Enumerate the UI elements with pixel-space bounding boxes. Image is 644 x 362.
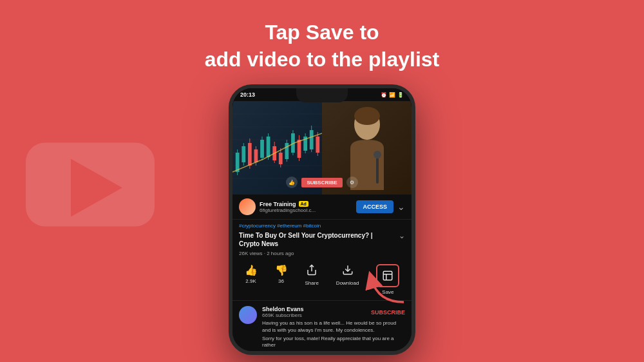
svg-rect-42	[384, 271, 393, 280]
header-line1: Tap Save to	[265, 21, 379, 44]
phone-notch	[296, 88, 348, 102]
video-title: Time To Buy Or Sell Your Cryptocurrency?…	[239, 231, 395, 248]
expand-title-icon[interactable]: ⌄	[399, 231, 405, 240]
dislike-count: 36	[278, 278, 284, 284]
header-line2: add video to the playlist	[205, 48, 440, 71]
video-subscribe-button[interactable]: SUBSCRIBE	[301, 178, 342, 187]
subscribe-channel-button[interactable]: SUBSCRIBE	[371, 309, 405, 316]
ad-channel: 6figturetradingschool.c...	[260, 207, 352, 213]
action-buttons-row: 👍 2.9K 👎 36	[232, 260, 412, 301]
battery-icon: 🔋	[397, 92, 404, 98]
ad-info: Free Training Ad 6figturetradingschool.c…	[260, 201, 352, 213]
ad-badge: Ad	[299, 201, 308, 207]
svg-point-39	[374, 151, 381, 158]
status-time: 20:13	[240, 91, 255, 98]
comment-row: Sheldon Evans 669K subscribers SUBSCRIBE…	[232, 301, 412, 351]
commenter-text: Having you as his son is a life well... …	[262, 320, 405, 334]
yt-watermark-bg	[19, 124, 161, 239]
header-section: Tap Save to add video to the playlist	[205, 19, 440, 73]
commenter-text2: Sorry for your loss, mate! Really apprec…	[262, 336, 405, 349]
save-label: Save	[382, 289, 393, 295]
phone-screen: 20:13 ⏰ 📶 🔋	[232, 88, 412, 351]
phone-mockup: 20:13 ⏰ 📶 🔋	[229, 84, 415, 355]
like-icon: 👍	[245, 264, 258, 276]
like-button[interactable]: 👍 2.9K	[245, 264, 258, 295]
commenter-subs: 669K subscribers	[262, 312, 304, 318]
commenter-name: Sheldon Evans	[262, 306, 304, 312]
ad-avatar	[239, 198, 256, 215]
video-meta: 26K views · 2 hours ago	[232, 249, 412, 260]
save-button[interactable]: Save	[376, 264, 399, 295]
ad-title: Free Training	[260, 201, 296, 207]
access-button[interactable]: ACCESS	[356, 200, 393, 213]
download-icon	[342, 264, 354, 278]
svg-point-37	[354, 107, 380, 125]
video-subscribe-bar: 👍 SUBSCRIBE ⚙	[232, 176, 412, 188]
phone-frame: 20:13 ⏰ 📶 🔋	[229, 84, 415, 355]
dislike-icon: 👎	[275, 264, 288, 276]
share-icon	[306, 264, 317, 278]
alarm-icon: ⏰	[381, 92, 387, 98]
video-like-icon: 👍	[286, 176, 298, 188]
commenter-info: Sheldon Evans 669K subscribers SUBSCRIBE…	[262, 306, 405, 349]
share-button[interactable]: Share	[305, 264, 319, 295]
status-icons: ⏰ 📶 🔋	[381, 92, 404, 98]
like-count: 2.9K	[245, 278, 256, 284]
ad-bar: Free Training Ad 6figturetradingschool.c…	[232, 195, 412, 220]
expand-ad-icon[interactable]: ⌄	[397, 202, 405, 212]
share-label: Share	[305, 280, 319, 286]
download-label: Download	[336, 280, 359, 286]
dislike-button[interactable]: 👎 36	[275, 264, 288, 295]
video-title-row: Time To Buy Or Sell Your Cryptocurrency?…	[232, 230, 412, 249]
commenter-avatar	[239, 306, 257, 324]
save-icon-wrapper	[376, 264, 399, 287]
download-button[interactable]: Download	[336, 264, 359, 295]
video-settings-icon: ⚙	[346, 176, 358, 188]
hashtags: #cryptocurrency #ethereum #bitcoin	[232, 220, 412, 230]
video-player[interactable]: 👍 SUBSCRIBE ⚙	[232, 101, 412, 195]
signal-icon: 📶	[389, 92, 395, 98]
